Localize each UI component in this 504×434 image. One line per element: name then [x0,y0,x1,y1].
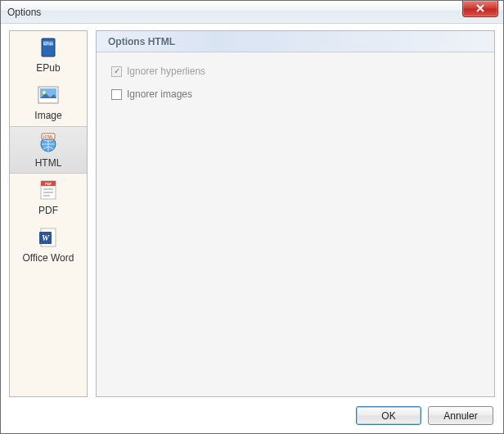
ok-button[interactable]: OK [356,406,421,425]
sidebar-item-label: Image [34,110,61,121]
sidebar-item-label: HTML [35,157,62,169]
sidebar-item-pdf[interactable]: PDF PDF [10,174,87,221]
pdf-icon: PDF [37,179,60,201]
sidebar-item-label: Office Word [23,252,74,264]
image-icon [37,84,60,106]
svg-text:HTML: HTML [43,135,54,139]
options-dialog: Options EPub EPub Image [0,0,504,434]
cancel-button[interactable]: Annuler [428,406,493,425]
main-panel: Options HTML ✓ Ignorer hyperliens Ignore… [96,30,495,397]
content-area: EPub EPub Image HTML HTML PDF [9,30,495,397]
close-button[interactable] [462,1,498,17]
svg-text:W: W [42,233,50,242]
sidebar-item-label: EPub [36,62,60,74]
button-label: OK [381,410,395,422]
footer-buttons: OK Annuler [356,406,493,425]
close-icon [475,3,485,15]
sidebar-item-epub[interactable]: EPub EPub [10,31,87,79]
sidebar-item-label: PDF [38,205,58,216]
svg-text:EPub: EPub [43,41,53,46]
option-label: Ignorer hyperliens [127,66,205,77]
svg-rect-13 [43,192,53,193]
svg-point-5 [43,91,46,94]
sidebar-item-word[interactable]: W Office Word [10,221,87,269]
titlebar: Options [1,1,503,24]
option-ignore-hyperlinks: ✓ Ignorer hyperliens [111,66,479,77]
panel-title: Options HTML [97,31,494,52]
svg-text:PDF: PDF [45,182,52,186]
checkbox-ignore-hyperlinks: ✓ [111,66,122,77]
sidebar: EPub EPub Image HTML HTML PDF [9,30,88,397]
svg-rect-14 [43,195,50,197]
svg-rect-12 [43,188,53,190]
button-label: Annuler [443,410,477,422]
options-body: ✓ Ignorer hyperliens Ignorer images [97,52,494,124]
option-ignore-images[interactable]: Ignorer images [111,88,479,100]
epub-icon: EPub [37,36,60,59]
option-label: Ignorer images [127,88,192,100]
html-icon: HTML [37,131,60,154]
sidebar-item-image[interactable]: Image [10,79,87,126]
checkbox-ignore-images[interactable] [111,89,122,100]
window-title: Options [7,7,41,18]
word-icon: W [37,226,60,249]
sidebar-item-html[interactable]: HTML HTML [10,126,87,174]
